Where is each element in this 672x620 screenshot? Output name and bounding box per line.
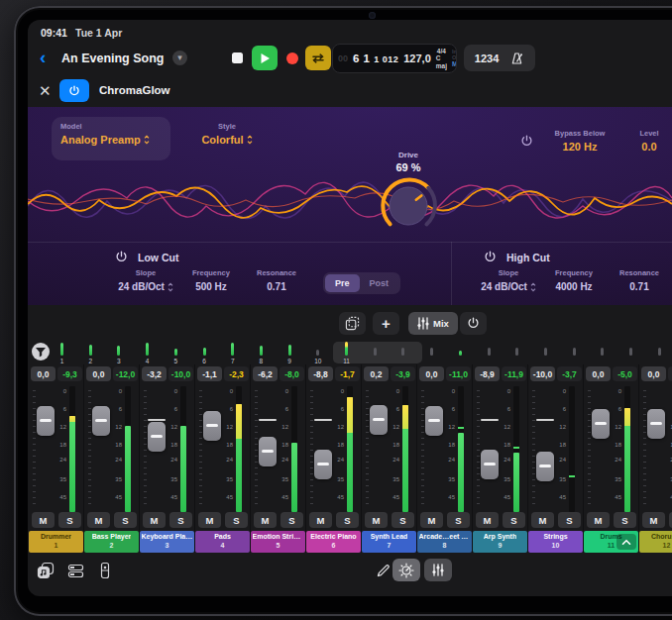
lcd-display[interactable]: 00 6 1 1 012 127,0 4/4 C maj In Out MIDI <box>332 44 457 73</box>
mute-button[interactable]: M <box>476 512 499 528</box>
peak-level-value[interactable]: -5,0 <box>613 366 637 381</box>
overview-channel-tick[interactable] <box>629 348 632 356</box>
peak-level-value[interactable]: -9,3 <box>57 366 82 381</box>
high-cut-power-icon[interactable] <box>484 251 497 263</box>
overview-channel-tick[interactable] <box>374 348 377 356</box>
peak-level-value[interactable] <box>668 366 672 381</box>
cycle-loop-button[interactable] <box>305 46 331 70</box>
volume-value[interactable]: 0,0 <box>419 366 444 381</box>
peak-level-value[interactable]: -10,0 <box>168 366 193 381</box>
volume-value[interactable]: 0,0 <box>31 366 56 381</box>
mute-button[interactable]: M <box>143 512 166 528</box>
overview-channel-tick[interactable] <box>401 348 404 356</box>
overview-channel-tick[interactable] <box>231 343 234 356</box>
solo-button[interactable]: S <box>114 512 137 528</box>
solo-button[interactable]: S <box>169 512 192 528</box>
solo-button[interactable]: S <box>503 512 525 528</box>
overview-channel-tick[interactable] <box>345 342 348 356</box>
mute-button[interactable]: M <box>254 512 277 528</box>
smart-controls-button[interactable] <box>392 559 420 581</box>
high-cut-slope[interactable]: Slope 24 dB/Oct <box>476 268 541 292</box>
channel-strip-icon[interactable] <box>95 561 115 580</box>
track-name-tile[interactable]: Bass Player 2 <box>84 531 139 553</box>
overview-channel-tick[interactable] <box>146 343 149 356</box>
mute-button[interactable]: M <box>420 512 443 528</box>
filter-icon[interactable] <box>32 343 50 361</box>
low-cut-resonance[interactable]: Resonance 0.71 <box>244 268 309 292</box>
peak-level-value[interactable]: -3,7 <box>557 366 582 381</box>
low-cut-frequency[interactable]: Frequency 500 Hz <box>178 268 244 292</box>
volume-value[interactable]: 0,0 <box>586 366 611 381</box>
count-in-button[interactable]: 1234 <box>475 52 499 64</box>
solo-button[interactable]: S <box>392 512 414 528</box>
bypass-below-control[interactable]: Bypass Below 120 Hz <box>545 129 615 153</box>
fader-handle[interactable] <box>647 409 665 439</box>
play-button[interactable] <box>252 46 278 70</box>
overview-channel-tick[interactable] <box>260 346 263 356</box>
volume-value[interactable]: -1,1 <box>197 366 222 381</box>
high-cut-resonance[interactable]: Resonance 0.71 <box>607 268 672 292</box>
track-name-tile[interactable]: Keyboard Player 3 <box>140 531 194 553</box>
mute-button[interactable]: M <box>365 512 388 528</box>
overview-channel-tick[interactable] <box>430 348 433 356</box>
overview-channel-tick[interactable] <box>459 351 462 356</box>
track-name-tile[interactable]: Drummer 1 <box>29 531 83 553</box>
record-button[interactable] <box>280 46 305 70</box>
duplicate-icon[interactable] <box>339 312 366 335</box>
model-selector[interactable]: Model Analog Preamp <box>52 117 170 160</box>
solo-button[interactable]: S <box>225 512 248 528</box>
track-name-tile[interactable]: Arcade…eet Pad 8 <box>417 531 472 553</box>
overview-channel-tick[interactable] <box>515 348 518 356</box>
mixer-power-button[interactable] <box>460 312 487 335</box>
volume-value[interactable]: -8,9 <box>475 366 500 381</box>
peak-level-value[interactable]: -1,7 <box>335 366 360 381</box>
fader-handle[interactable] <box>481 450 499 479</box>
fader-handle[interactable] <box>92 406 110 436</box>
overview-channel-tick[interactable] <box>60 343 63 356</box>
track-name-tile[interactable]: Pads 4 <box>195 531 250 553</box>
track-name-tile[interactable]: Synth Lead 7 <box>362 531 416 553</box>
overview-channel-tick[interactable] <box>89 345 92 356</box>
mute-button[interactable]: M <box>531 512 554 528</box>
mute-button[interactable]: M <box>32 512 55 528</box>
solo-button[interactable]: S <box>336 512 359 528</box>
overview-channel-tick[interactable] <box>117 346 120 356</box>
style-selector[interactable]: Style Colorful <box>184 122 270 146</box>
fader-handle[interactable] <box>314 450 332 479</box>
track-name-tile[interactable]: Electric Piano 6 <box>306 531 361 553</box>
fader-handle[interactable] <box>592 409 610 439</box>
volume-value[interactable]: 0,2 <box>364 366 389 381</box>
track-name-tile[interactable]: Drums 11 <box>584 531 638 553</box>
overview-channel-tick[interactable] <box>203 348 206 356</box>
level-control[interactable]: Level 0.0 <box>626 129 672 153</box>
stop-button[interactable] <box>224 46 250 70</box>
track-name-tile[interactable]: Chorus V 12 <box>639 531 672 553</box>
add-button[interactable]: + <box>373 312 399 335</box>
overview-channel-tick[interactable] <box>174 349 177 356</box>
collapse-chevron-button[interactable] <box>616 534 636 550</box>
fader-handle[interactable] <box>203 411 221 441</box>
peak-level-value[interactable]: -11,0 <box>446 366 471 381</box>
solo-button[interactable]: S <box>614 512 636 528</box>
solo-button[interactable]: S <box>447 512 470 528</box>
plugin-power-button[interactable] <box>59 79 89 102</box>
low-cut-post-button[interactable]: Post <box>360 274 399 292</box>
mix-button[interactable]: Mix <box>408 312 458 335</box>
high-cut-frequency[interactable]: Frequency 4000 Hz <box>541 268 607 292</box>
volume-value[interactable]: 0,0 <box>641 366 666 381</box>
mixer-overview-strip[interactable]: 1234567891011 <box>28 342 672 364</box>
fader-handle[interactable] <box>425 406 443 436</box>
track-name-tile[interactable]: Strings 10 <box>528 531 583 553</box>
mute-button[interactable]: M <box>198 512 221 528</box>
fader-handle[interactable] <box>259 437 277 466</box>
peak-level-value[interactable]: -2,3 <box>224 366 249 381</box>
overview-channel-tick[interactable] <box>544 348 547 356</box>
low-cut-power-icon[interactable] <box>115 251 128 263</box>
peak-level-value[interactable]: -3,9 <box>391 366 415 381</box>
drive-knob[interactable] <box>377 174 440 234</box>
pencil-icon[interactable] <box>373 561 392 580</box>
volume-value[interactable]: -6,2 <box>253 366 278 381</box>
volume-value[interactable]: -3,2 <box>142 366 167 381</box>
back-chevron-icon[interactable]: ‹ <box>40 47 46 68</box>
loops-browser-icon[interactable] <box>36 561 56 580</box>
